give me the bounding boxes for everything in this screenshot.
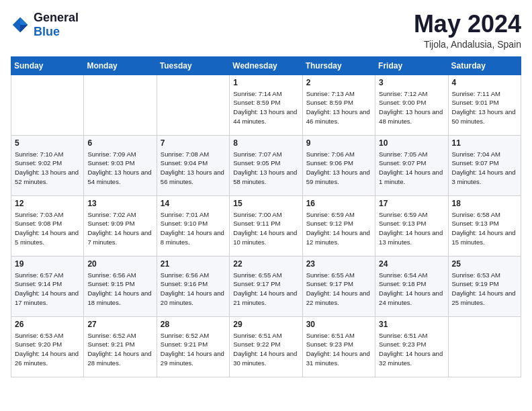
cell-info: Sunrise: 7:00 AM Sunset: 9:11 PM Dayligh… xyxy=(233,210,298,247)
cell-info: Sunrise: 6:59 AM Sunset: 9:12 PM Dayligh… xyxy=(306,210,371,247)
calendar-cell: 20Sunrise: 6:56 AM Sunset: 9:15 PM Dayli… xyxy=(84,256,157,316)
page-header: General Blue May 2024 Tijola, Andalusia,… xyxy=(11,11,521,50)
calendar-table: SundayMondayTuesdayWednesdayThursdayFrid… xyxy=(11,56,521,377)
weekday-header-row: SundayMondayTuesdayWednesdayThursdayFrid… xyxy=(11,56,521,75)
calendar-cell: 14Sunrise: 7:01 AM Sunset: 9:10 PM Dayli… xyxy=(157,195,229,256)
cell-info: Sunrise: 6:55 AM Sunset: 9:17 PM Dayligh… xyxy=(306,271,371,308)
day-number: 28 xyxy=(161,320,226,329)
day-number: 31 xyxy=(379,320,444,329)
cell-info: Sunrise: 6:57 AM Sunset: 9:14 PM Dayligh… xyxy=(15,271,80,308)
calendar-cell xyxy=(157,75,229,135)
day-number: 18 xyxy=(452,199,517,208)
calendar-cell: 10Sunrise: 7:05 AM Sunset: 9:07 PM Dayli… xyxy=(375,135,448,195)
month-title: May 2024 xyxy=(414,11,521,38)
calendar-week-2: 5Sunrise: 7:10 AM Sunset: 9:02 PM Daylig… xyxy=(11,135,521,195)
calendar-cell: 4Sunrise: 7:11 AM Sunset: 9:01 PM Daylig… xyxy=(448,75,521,135)
weekday-header-thursday: Thursday xyxy=(302,56,375,75)
calendar-cell: 24Sunrise: 6:54 AM Sunset: 9:18 PM Dayli… xyxy=(375,256,448,316)
cell-info: Sunrise: 7:04 AM Sunset: 9:07 PM Dayligh… xyxy=(452,150,517,187)
cell-info: Sunrise: 7:14 AM Sunset: 8:59 PM Dayligh… xyxy=(233,89,298,126)
day-number: 11 xyxy=(452,138,517,148)
day-number: 23 xyxy=(306,259,371,269)
day-number: 19 xyxy=(15,259,80,269)
cell-info: Sunrise: 7:05 AM Sunset: 9:07 PM Dayligh… xyxy=(379,150,444,187)
calendar-cell: 31Sunrise: 6:51 AM Sunset: 9:23 PM Dayli… xyxy=(375,316,448,377)
day-number: 2 xyxy=(306,78,371,87)
day-number: 12 xyxy=(15,199,80,208)
cell-info: Sunrise: 7:01 AM Sunset: 9:10 PM Dayligh… xyxy=(161,210,226,247)
calendar-cell: 9Sunrise: 7:06 AM Sunset: 9:06 PM Daylig… xyxy=(302,135,375,195)
cell-info: Sunrise: 7:02 AM Sunset: 9:09 PM Dayligh… xyxy=(87,210,152,247)
weekday-header-monday: Monday xyxy=(84,56,157,75)
weekday-header-sunday: Sunday xyxy=(11,56,84,75)
calendar-cell: 6Sunrise: 7:09 AM Sunset: 9:03 PM Daylig… xyxy=(84,135,157,195)
cell-info: Sunrise: 6:56 AM Sunset: 9:15 PM Dayligh… xyxy=(87,271,152,308)
calendar-cell: 7Sunrise: 7:08 AM Sunset: 9:04 PM Daylig… xyxy=(157,135,229,195)
weekday-header-saturday: Saturday xyxy=(448,56,521,75)
calendar-cell: 5Sunrise: 7:10 AM Sunset: 9:02 PM Daylig… xyxy=(11,135,84,195)
day-number: 9 xyxy=(306,138,371,148)
cell-info: Sunrise: 6:56 AM Sunset: 9:16 PM Dayligh… xyxy=(161,271,226,308)
calendar-cell: 21Sunrise: 6:56 AM Sunset: 9:16 PM Dayli… xyxy=(157,256,229,316)
cell-info: Sunrise: 6:59 AM Sunset: 9:13 PM Dayligh… xyxy=(379,210,444,247)
calendar-cell: 15Sunrise: 7:00 AM Sunset: 9:11 PM Dayli… xyxy=(230,195,302,256)
calendar-cell: 2Sunrise: 7:13 AM Sunset: 8:59 PM Daylig… xyxy=(302,75,375,135)
cell-info: Sunrise: 7:03 AM Sunset: 9:08 PM Dayligh… xyxy=(15,210,80,247)
cell-info: Sunrise: 6:54 AM Sunset: 9:18 PM Dayligh… xyxy=(379,271,444,308)
calendar-cell xyxy=(448,316,521,377)
cell-info: Sunrise: 6:52 AM Sunset: 9:21 PM Dayligh… xyxy=(161,331,226,368)
calendar-cell: 26Sunrise: 6:53 AM Sunset: 9:20 PM Dayli… xyxy=(11,316,84,377)
day-number: 27 xyxy=(87,320,152,329)
logo-text: General Blue xyxy=(34,11,79,39)
calendar-cell: 28Sunrise: 6:52 AM Sunset: 9:21 PM Dayli… xyxy=(157,316,229,377)
day-number: 1 xyxy=(233,78,298,87)
day-number: 6 xyxy=(87,138,152,148)
weekday-header-tuesday: Tuesday xyxy=(157,56,229,75)
calendar-week-5: 26Sunrise: 6:53 AM Sunset: 9:20 PM Dayli… xyxy=(11,316,521,377)
calendar-cell xyxy=(11,75,84,135)
calendar-cell: 30Sunrise: 6:51 AM Sunset: 9:23 PM Dayli… xyxy=(302,316,375,377)
day-number: 29 xyxy=(233,320,298,329)
calendar-week-4: 19Sunrise: 6:57 AM Sunset: 9:14 PM Dayli… xyxy=(11,256,521,316)
day-number: 16 xyxy=(306,199,371,208)
calendar-cell: 1Sunrise: 7:14 AM Sunset: 8:59 PM Daylig… xyxy=(230,75,302,135)
calendar-cell: 17Sunrise: 6:59 AM Sunset: 9:13 PM Dayli… xyxy=(375,195,448,256)
day-number: 8 xyxy=(233,138,298,148)
calendar-cell: 19Sunrise: 6:57 AM Sunset: 9:14 PM Dayli… xyxy=(11,256,84,316)
cell-info: Sunrise: 7:08 AM Sunset: 9:04 PM Dayligh… xyxy=(161,150,226,187)
cell-info: Sunrise: 7:10 AM Sunset: 9:02 PM Dayligh… xyxy=(15,150,80,187)
weekday-header-wednesday: Wednesday xyxy=(230,56,302,75)
cell-info: Sunrise: 7:06 AM Sunset: 9:06 PM Dayligh… xyxy=(306,150,371,187)
calendar-cell: 12Sunrise: 7:03 AM Sunset: 9:08 PM Dayli… xyxy=(11,195,84,256)
cell-info: Sunrise: 6:55 AM Sunset: 9:17 PM Dayligh… xyxy=(233,271,298,308)
logo-icon xyxy=(11,15,30,34)
cell-info: Sunrise: 7:11 AM Sunset: 9:01 PM Dayligh… xyxy=(452,89,517,126)
cell-info: Sunrise: 6:53 AM Sunset: 9:19 PM Dayligh… xyxy=(452,271,517,308)
day-number: 26 xyxy=(15,320,80,329)
calendar-cell: 29Sunrise: 6:51 AM Sunset: 9:22 PM Dayli… xyxy=(230,316,302,377)
svg-marker-1 xyxy=(20,17,28,25)
title-block: May 2024 Tijola, Andalusia, Spain xyxy=(414,11,521,50)
calendar-cell: 16Sunrise: 6:59 AM Sunset: 9:12 PM Dayli… xyxy=(302,195,375,256)
cell-info: Sunrise: 7:07 AM Sunset: 9:05 PM Dayligh… xyxy=(233,150,298,187)
day-number: 15 xyxy=(233,199,298,208)
calendar-cell: 3Sunrise: 7:12 AM Sunset: 9:00 PM Daylig… xyxy=(375,75,448,135)
calendar-week-3: 12Sunrise: 7:03 AM Sunset: 9:08 PM Dayli… xyxy=(11,195,521,256)
location: Tijola, Andalusia, Spain xyxy=(414,39,521,50)
day-number: 22 xyxy=(233,259,298,269)
day-number: 17 xyxy=(379,199,444,208)
day-number: 7 xyxy=(161,138,226,148)
day-number: 10 xyxy=(379,138,444,148)
cell-info: Sunrise: 6:58 AM Sunset: 9:13 PM Dayligh… xyxy=(452,210,517,247)
day-number: 30 xyxy=(306,320,371,329)
calendar-cell: 11Sunrise: 7:04 AM Sunset: 9:07 PM Dayli… xyxy=(448,135,521,195)
svg-marker-2 xyxy=(20,25,28,32)
calendar-cell: 22Sunrise: 6:55 AM Sunset: 9:17 PM Dayli… xyxy=(230,256,302,316)
day-number: 14 xyxy=(161,199,226,208)
weekday-header-friday: Friday xyxy=(375,56,448,75)
calendar-cell: 8Sunrise: 7:07 AM Sunset: 9:05 PM Daylig… xyxy=(230,135,302,195)
cell-info: Sunrise: 7:13 AM Sunset: 8:59 PM Dayligh… xyxy=(306,89,371,126)
cell-info: Sunrise: 6:51 AM Sunset: 9:23 PM Dayligh… xyxy=(306,331,371,368)
cell-info: Sunrise: 6:51 AM Sunset: 9:23 PM Dayligh… xyxy=(379,331,444,368)
cell-info: Sunrise: 6:52 AM Sunset: 9:21 PM Dayligh… xyxy=(87,331,152,368)
